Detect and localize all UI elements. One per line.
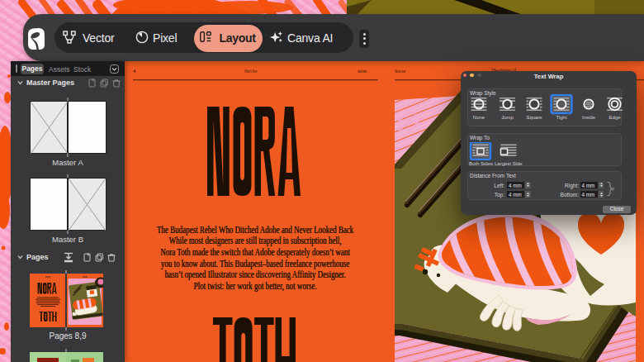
- svg-text:Artist: Artist: [358, 68, 367, 74]
- svg-text:Showcase: Showcase: [395, 68, 405, 74]
- svg-text:4: 4: [133, 68, 136, 74]
- svg-text:What’s New: What’s New: [244, 68, 258, 74]
